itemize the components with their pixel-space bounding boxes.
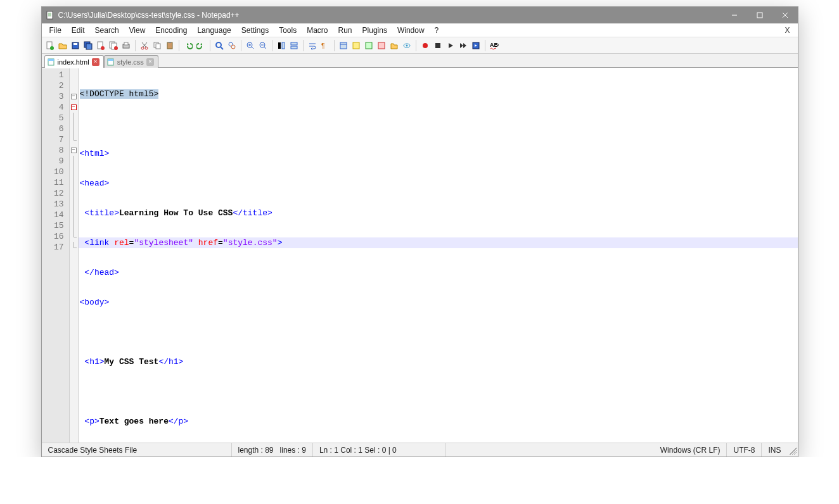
code-editor[interactable]: <!DOCTYPE html5> <html> <head> <title>Le…: [79, 68, 798, 443]
svg-point-52: [406, 44, 407, 46]
menu-search[interactable]: Search: [90, 25, 124, 36]
wrap-icon[interactable]: [307, 40, 318, 51]
fold-column: −−−: [70, 68, 79, 443]
sync-h-icon[interactable]: [288, 40, 300, 51]
svg-line-38: [264, 47, 266, 49]
replace-icon[interactable]: [226, 40, 238, 51]
line-number: 8: [42, 145, 69, 156]
minimize-button[interactable]: [722, 7, 747, 23]
menu-language[interactable]: Language: [192, 25, 236, 36]
maximize-button[interactable]: [747, 7, 772, 23]
line-number: 10: [42, 167, 69, 177]
lang-icon[interactable]: [350, 40, 362, 51]
window-controls: [722, 7, 798, 23]
menu-encoding[interactable]: Encoding: [150, 25, 192, 36]
redo-icon[interactable]: [195, 40, 207, 51]
menu-tools[interactable]: Tools: [274, 25, 302, 36]
line-number: 7: [42, 134, 69, 145]
fold-marker[interactable]: −: [70, 91, 78, 102]
line-number: 15: [42, 220, 69, 231]
play-multi-icon[interactable]: [458, 40, 469, 51]
sync-v-icon[interactable]: [276, 40, 287, 51]
fold-marker[interactable]: [70, 70, 78, 80]
print-icon[interactable]: [120, 40, 132, 51]
record-icon[interactable]: [420, 40, 431, 51]
fold-marker[interactable]: [70, 210, 78, 220]
title-bar: C:\Users\Julia\Desktop\css-test\style.cs…: [42, 7, 798, 23]
fold-marker[interactable]: [70, 167, 78, 177]
svg-point-15: [101, 46, 105, 50]
fold-marker[interactable]: [70, 231, 78, 242]
spellcheck-icon[interactable]: ABC: [489, 40, 500, 51]
window-title: C:\Users\Julia\Desktop\css-test\style.cs…: [58, 11, 722, 20]
close-all-icon[interactable]: [108, 40, 119, 51]
menu-window[interactable]: Window: [392, 25, 430, 36]
close-button[interactable]: [772, 7, 798, 23]
folder-icon[interactable]: [388, 40, 400, 51]
tab-close-icon[interactable]: ×: [146, 58, 154, 66]
menu-view[interactable]: View: [124, 25, 151, 36]
fold-marker[interactable]: [70, 80, 78, 91]
save-macro-icon[interactable]: [470, 40, 482, 51]
indent-guide-icon[interactable]: [338, 40, 349, 51]
svg-rect-46: [340, 42, 347, 49]
mdi-close-button[interactable]: X: [779, 25, 795, 36]
svg-line-34: [252, 47, 253, 49]
menu-settings[interactable]: Settings: [236, 25, 274, 36]
all-chars-icon[interactable]: ¶: [319, 40, 331, 51]
fold-marker[interactable]: [70, 199, 78, 210]
play-icon[interactable]: [445, 40, 456, 51]
menu-file[interactable]: File: [44, 25, 67, 36]
monitor-icon[interactable]: [401, 40, 413, 51]
fold-marker[interactable]: [70, 188, 78, 199]
close-file-icon[interactable]: [95, 40, 106, 51]
tab-close-icon[interactable]: ×: [92, 58, 99, 66]
zoom-out-icon[interactable]: [257, 40, 269, 51]
menu-plugins[interactable]: Plugins: [357, 25, 392, 36]
svg-rect-27: [167, 42, 172, 49]
menu-edit[interactable]: Edit: [67, 25, 90, 36]
open-file-icon[interactable]: [57, 40, 68, 51]
save-icon[interactable]: [70, 40, 81, 51]
fold-marker[interactable]: [70, 113, 78, 123]
new-file-icon[interactable]: [44, 40, 56, 51]
menu-macro[interactable]: Macro: [302, 25, 333, 36]
paste-icon[interactable]: [164, 40, 176, 51]
toolbar-separator: [416, 40, 416, 51]
app-icon: [46, 11, 54, 20]
tab-style-css[interactable]: style.css ×: [104, 55, 158, 68]
line-number: 1: [42, 70, 69, 80]
toolbar-separator: [272, 40, 272, 51]
zoom-in-icon[interactable]: [245, 40, 256, 51]
fold-marker[interactable]: −: [70, 102, 78, 113]
copy-icon[interactable]: [151, 40, 163, 51]
svg-rect-48: [353, 42, 359, 49]
fold-marker[interactable]: [70, 123, 78, 134]
menu-help[interactable]: ?: [430, 25, 444, 36]
find-icon[interactable]: [214, 40, 225, 51]
doc-map-icon[interactable]: [363, 40, 375, 51]
fold-marker[interactable]: [70, 220, 78, 231]
fold-marker[interactable]: [70, 156, 78, 167]
fold-marker[interactable]: [70, 134, 78, 145]
svg-rect-54: [435, 43, 440, 48]
fold-marker[interactable]: [70, 242, 78, 253]
menu-run[interactable]: Run: [333, 25, 357, 36]
tab-bar: index.html × style.css ×: [42, 54, 798, 68]
fold-marker[interactable]: −: [70, 145, 78, 156]
fold-marker[interactable]: [70, 177, 78, 188]
svg-rect-41: [282, 42, 285, 49]
svg-text:ABC: ABC: [490, 42, 499, 48]
func-list-icon[interactable]: [376, 40, 387, 51]
save-all-icon[interactable]: [82, 40, 94, 51]
resize-grip-icon[interactable]: [788, 446, 797, 455]
cut-icon[interactable]: [139, 40, 150, 51]
line-number: 5: [42, 113, 69, 123]
undo-icon[interactable]: [183, 40, 194, 51]
app-window: C:\Users\Julia\Desktop\css-test\style.cs…: [41, 6, 798, 457]
stop-icon[interactable]: [432, 40, 444, 51]
tab-index-html[interactable]: index.html ×: [44, 55, 104, 68]
svg-point-9: [50, 46, 54, 50]
toolbar-separator: [179, 40, 179, 51]
tab-label: index.html: [58, 58, 89, 66]
